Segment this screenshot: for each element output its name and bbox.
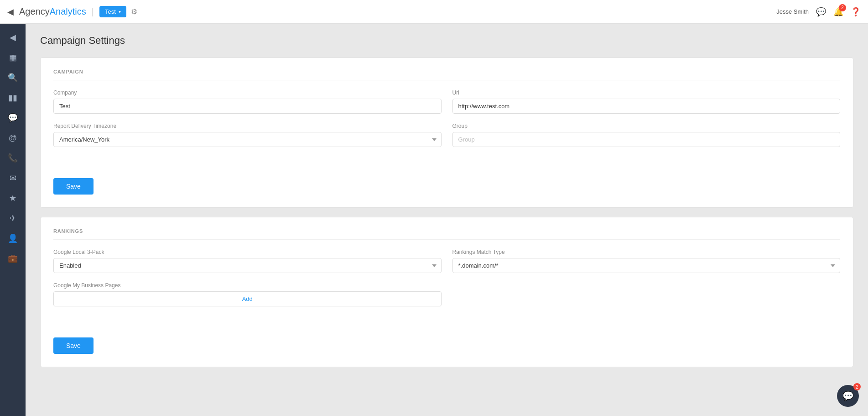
url-input[interactable] — [452, 99, 841, 114]
comment-icon: 💬 — [8, 113, 18, 123]
gmb-label: Google My Business Pages — [53, 282, 442, 289]
chat-bubble-icon: 💬 — [842, 390, 854, 401]
rankings-row-2: Google My Business Pages Add — [53, 282, 840, 306]
google-local-select[interactable]: Enabled Disabled — [53, 258, 442, 273]
sidebar-item-calls[interactable]: 📞 — [0, 148, 26, 168]
sidebar-item-campaigns[interactable]: ✈ — [0, 208, 26, 228]
campaign-section-title: CAMPAIGN — [53, 69, 840, 80]
campaign-save-button[interactable]: Save — [53, 178, 94, 195]
sidebar-item-mail[interactable]: ✉ — [0, 168, 26, 188]
sidebar-item-messages[interactable]: 💬 — [0, 108, 26, 128]
rankings-row-1: Google Local 3-Pack Enabled Disabled Ran… — [53, 249, 840, 273]
chat-bubble-button[interactable]: 💬 2 — [837, 385, 859, 407]
company-field-group: Company — [53, 90, 442, 114]
rankings-match-field-group: Rankings Match Type *.domain.com/* domai… — [452, 249, 841, 273]
help-icon[interactable]: ❓ — [851, 7, 861, 17]
company-input[interactable] — [53, 99, 442, 114]
sidebar-item-integrations[interactable]: 💼 — [0, 248, 26, 269]
chevron-down-icon: ▾ — [119, 9, 121, 14]
envelope-icon: ✉ — [10, 173, 16, 183]
sidebar-item-dashboard[interactable]: ▦ — [0, 47, 26, 68]
sidebar-item-favorites[interactable]: ★ — [0, 188, 26, 208]
url-label: Url — [452, 90, 841, 96]
group-input[interactable] — [452, 132, 841, 147]
logo: AgencyAnalytics — [19, 6, 86, 17]
campaign-dropdown-button[interactable]: Test ▾ — [99, 6, 126, 17]
url-field-group: Url — [452, 90, 841, 114]
rankings-save-button[interactable]: Save — [53, 337, 94, 354]
send-icon: ✈ — [10, 213, 16, 223]
rankings-match-select[interactable]: *.domain.com/* domain.com exact — [452, 258, 841, 273]
campaign-btn-label: Test — [105, 8, 116, 15]
main-content: Campaign Settings CAMPAIGN Company Url R… — [26, 24, 868, 416]
sidebar-item-email-at[interactable]: @ — [0, 128, 26, 148]
notification-badge: 2 — [839, 4, 846, 11]
nav-right: Jesse Smith 💬 🔔 2 ❓ — [776, 7, 861, 17]
sidebar-item-back[interactable]: ◀ — [0, 27, 26, 47]
rankings-spacer — [452, 282, 841, 306]
timezone-select[interactable]: America/New_York — [53, 132, 442, 147]
back-button[interactable]: ◀ — [7, 7, 14, 17]
user-icon: 👤 — [8, 233, 18, 243]
at-icon: @ — [9, 133, 17, 143]
dashboard-icon: ▦ — [9, 53, 17, 63]
logo-agency: Agency — [19, 6, 50, 17]
group-label: Group — [452, 123, 841, 129]
logo-analytics: Analytics — [50, 6, 86, 17]
phone-icon: 📞 — [8, 153, 18, 163]
star-icon: ★ — [9, 193, 16, 203]
sidebar-item-users[interactable]: 👤 — [0, 228, 26, 248]
chat-icon[interactable]: 💬 — [816, 7, 826, 17]
rankings-card: RANKINGS Google Local 3-Pack Enabled Dis… — [40, 217, 853, 367]
timezone-field-group: Report Delivery Timezone America/New_Yor… — [53, 123, 442, 147]
top-nav: ◀ AgencyAnalytics | Test ▾ ⚙ Jesse Smith… — [0, 0, 868, 24]
google-local-label: Google Local 3-Pack — [53, 249, 442, 255]
briefcase-icon: 💼 — [8, 253, 18, 263]
logo-divider: | — [92, 6, 94, 17]
gmb-add-button[interactable]: Add — [53, 291, 442, 306]
campaign-card: CAMPAIGN Company Url Report Delivery Tim… — [40, 58, 853, 208]
sidebar-item-reports[interactable]: ▮▮ — [0, 88, 26, 108]
page-title: Campaign Settings — [40, 35, 853, 47]
rankings-section-title: RANKINGS — [53, 228, 840, 240]
bar-chart-icon: ▮▮ — [8, 93, 17, 103]
search-icon: 🔍 — [8, 73, 18, 83]
sidebar: ◀ ▦ 🔍 ▮▮ 💬 @ 📞 ✉ ★ ✈ 👤 💼 — [0, 24, 26, 416]
chat-badge: 2 — [853, 383, 861, 390]
sidebar-item-search[interactable]: 🔍 — [0, 68, 26, 88]
google-local-field-group: Google Local 3-Pack Enabled Disabled — [53, 249, 442, 273]
group-field-group: Group — [452, 123, 841, 147]
company-label: Company — [53, 90, 442, 96]
notification-bell-icon[interactable]: 🔔 2 — [833, 7, 843, 17]
gmb-field-group: Google My Business Pages Add — [53, 282, 442, 306]
campaign-row-1: Company Url — [53, 90, 840, 114]
rankings-match-label: Rankings Match Type — [452, 249, 841, 255]
gear-icon[interactable]: ⚙ — [131, 7, 137, 16]
campaign-row-2: Report Delivery Timezone America/New_Yor… — [53, 123, 840, 147]
user-name[interactable]: Jesse Smith — [776, 8, 809, 15]
arrow-left-icon: ◀ — [10, 32, 16, 42]
timezone-label: Report Delivery Timezone — [53, 123, 442, 129]
